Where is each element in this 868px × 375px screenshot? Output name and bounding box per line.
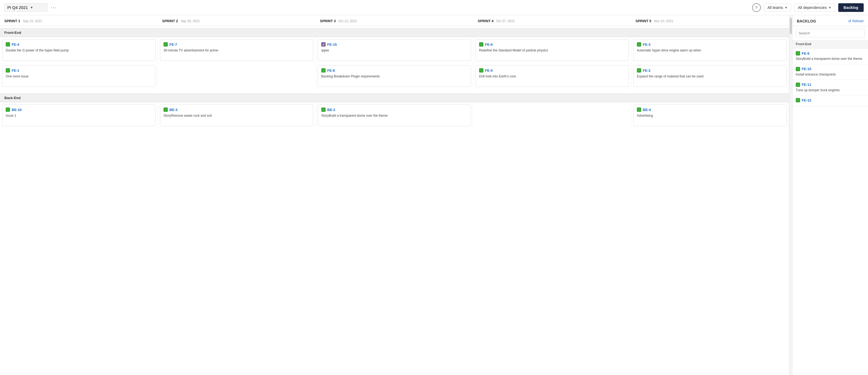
fe15-id: FE-15 xyxy=(327,42,337,47)
card-fe1[interactable]: ↑ FE-1 One more issue xyxy=(2,65,155,87)
backlog-items-list: Front-End ↑ FE-9 StoryBuild a transparen… xyxy=(793,40,868,375)
frontend-group-header: Front-End xyxy=(0,28,789,37)
be2-title: StoryBuild a transparent dome over the t… xyxy=(321,113,467,118)
board-scrollbar[interactable] xyxy=(789,15,792,375)
backlog-sidebar: BACKLOG ↺ Refresh Front-End ↑ FE-9 Story… xyxy=(792,15,868,375)
sprint-4-label: SPRINT 4 xyxy=(478,19,494,23)
be10-icon: ↑ xyxy=(6,108,10,112)
fe5-id: FE-5 xyxy=(485,68,493,73)
fe3-id: FE-3 xyxy=(643,42,650,47)
fe5-icon: ↑ xyxy=(479,68,484,73)
sprint-header-1: SPRINT 1 Sep 15, 2021 xyxy=(0,15,158,26)
card-be10[interactable]: ↑ BE-10 Issue 1 xyxy=(2,105,155,126)
sprint-header-5: SPRINT 5 Nov 10, 2021 xyxy=(631,15,789,26)
fe10-icon: ↑ xyxy=(796,67,800,71)
all-dependencies-dropdown[interactable]: All dependencies ▼ xyxy=(795,3,835,12)
card-fe7[interactable]: ↑ FE-7 30-minute TV advertisement for pr… xyxy=(160,39,313,61)
fe7-id: FE-7 xyxy=(169,42,177,47)
sprint-2-date: Sep 29, 2021 xyxy=(181,19,200,23)
fe9-icon: ↑ xyxy=(796,51,800,56)
fe4-title: Double the G power of the hyper-field pu… xyxy=(6,48,152,53)
sprint-1-label: SPRINT 1 xyxy=(4,19,20,23)
fe3-icon: ↑ xyxy=(637,42,641,47)
be2-id: BE-2 xyxy=(327,108,335,112)
board-area: SPRINT 1 Sep 15, 2021 SPRINT 2 Sep 29, 2… xyxy=(0,15,789,375)
backlog-item-fe11[interactable]: ↑ FE-11 Tune up dumper truck engines xyxy=(793,80,868,95)
card-fe8[interactable]: ↑ FE-8 Backlog Breakdown Plugin requirem… xyxy=(318,65,471,87)
sprint-headers: SPRINT 1 Sep 15, 2021 SPRINT 2 Sep 29, 2… xyxy=(0,15,789,26)
backlog-item-fe10[interactable]: ↑ FE-10 Install entrance checkpoints xyxy=(793,64,868,80)
refresh-icon: ↺ xyxy=(848,19,851,23)
fe15-title: qqwe xyxy=(321,48,467,53)
fe8-id: FE-8 xyxy=(327,68,335,73)
sprint-col-3c: ↑ BE-2 StoryBuild a transparent dome ove… xyxy=(316,102,473,128)
sprint-col-2b xyxy=(158,63,316,89)
fe5-title: Drill hole into Earth's core xyxy=(479,74,625,79)
more-options-button[interactable]: ··· xyxy=(51,4,57,10)
backlog-item-fe12[interactable]: ↑ FE-12 xyxy=(793,95,868,107)
scrollbar-thumb[interactable] xyxy=(790,18,792,34)
be2-icon: ↑ xyxy=(321,108,326,112)
all-teams-label: All teams xyxy=(768,5,783,10)
frontend-row-2: ↑ FE-1 One more issue ↑ FE-8 xyxy=(0,63,789,89)
fe9-id: FE-9 xyxy=(802,52,809,56)
sprint-5-label: SPRINT 5 xyxy=(636,19,651,23)
fe1-icon: ↑ xyxy=(6,68,10,73)
sprint-header-3: SPRINT 3 Oct 13, 2021 xyxy=(316,15,473,26)
card-fe5[interactable]: ↑ FE-5 Drill hole into Earth's core xyxy=(475,65,629,87)
fe10-id: FE-10 xyxy=(802,67,811,71)
sprint-col-5: ↑ FE-3 Automatic hyper-drive engine warm… xyxy=(631,37,789,63)
help-button[interactable]: ? xyxy=(752,3,761,12)
fe8-title: Backlog Breakdown Plugin requirements xyxy=(321,74,467,79)
fe4-icon: ↑ xyxy=(6,42,10,47)
fe12-id: FE-12 xyxy=(802,98,811,102)
sprint-col-3b: ↑ FE-8 Backlog Breakdown Plugin requirem… xyxy=(316,63,473,89)
sprint-col-5c: ↑ BE-4 Advertising xyxy=(631,102,789,128)
backlog-title: BACKLOG xyxy=(797,19,816,23)
card-fe2[interactable]: ↑ FE-2 Expand the range of material that… xyxy=(633,65,786,87)
card-fe6[interactable]: ↑ FE-6 Redefine the Standard Model of pa… xyxy=(475,39,629,61)
sprint-col-5b: ↑ FE-2 Expand the range of material that… xyxy=(631,63,789,89)
sprint-5-date: Nov 10, 2021 xyxy=(654,19,673,23)
all-teams-dropdown[interactable]: All teams ▼ xyxy=(764,3,791,12)
backlog-frontend-label: Front-End xyxy=(793,40,868,49)
fe3-title: Automatic hyper-drive engine warm up whe… xyxy=(637,48,783,53)
card-fe4[interactable]: ↑ FE-4 Double the G power of the hyper-f… xyxy=(2,39,155,61)
all-dependencies-label: All dependencies xyxy=(798,5,827,10)
all-teams-chevron-icon: ▼ xyxy=(785,6,787,9)
backlog-item-fe9[interactable]: ↑ FE-9 StoryBuild a transparent dome ove… xyxy=(793,49,868,64)
fe6-title: Redefine the Standard Model of particle … xyxy=(479,48,625,53)
sprint-col-4c xyxy=(473,102,631,128)
backlog-button[interactable]: Backlog xyxy=(838,3,864,12)
fe15-icon: ⚡ xyxy=(321,42,326,47)
fe10-title: Install entrance checkpoints xyxy=(796,72,865,77)
fe6-icon: ↑ xyxy=(479,42,484,47)
pi-selector[interactable]: PI Q4 2021 ▼ xyxy=(4,3,48,12)
header: PI Q4 2021 ▼ ··· ? All teams ▼ All depen… xyxy=(0,0,868,15)
card-be3[interactable]: ↑ BE-3 StoryRemove waste rock and soil xyxy=(160,105,313,126)
sprint-3-label: SPRINT 3 xyxy=(320,19,336,23)
card-fe3[interactable]: ↑ FE-3 Automatic hyper-drive engine warm… xyxy=(633,39,786,61)
sprint-col-4b: ↑ FE-5 Drill hole into Earth's core xyxy=(473,63,631,89)
sprint-col-1: ↑ FE-4 Double the G power of the hyper-f… xyxy=(0,37,158,63)
backend-row-1: ↑ BE-10 Issue 1 ↑ BE-3 StoryRem xyxy=(0,102,789,128)
be10-title: Issue 1 xyxy=(6,113,152,118)
fe11-id: FE-11 xyxy=(802,83,811,87)
all-dependencies-chevron-icon: ▼ xyxy=(829,6,832,9)
backend-group-header: Back-End xyxy=(0,93,789,102)
refresh-button[interactable]: ↺ Refresh xyxy=(848,19,864,23)
card-be2[interactable]: ↑ BE-2 StoryBuild a transparent dome ove… xyxy=(318,105,471,126)
backlog-header: BACKLOG ↺ Refresh xyxy=(793,15,868,26)
card-be4[interactable]: ↑ BE-4 Advertising xyxy=(633,105,786,126)
be4-icon: ↑ xyxy=(637,108,641,112)
sprint-col-2: ↑ FE-7 30-minute TV advertisement for pr… xyxy=(158,37,316,63)
be4-title: Advertising xyxy=(637,113,783,118)
be10-id: BE-10 xyxy=(12,108,22,112)
board-content: Front-End ↑ FE-4 Double the G power of t… xyxy=(0,26,789,375)
fe12-icon: ↑ xyxy=(796,98,800,102)
be3-title: StoryRemove waste rock and soil xyxy=(163,113,310,118)
be3-icon: ↑ xyxy=(163,108,168,112)
card-fe15[interactable]: ⚡ FE-15 qqwe xyxy=(318,39,471,61)
backlog-search-input[interactable] xyxy=(796,29,865,37)
fe1-title: One more issue xyxy=(6,74,152,79)
